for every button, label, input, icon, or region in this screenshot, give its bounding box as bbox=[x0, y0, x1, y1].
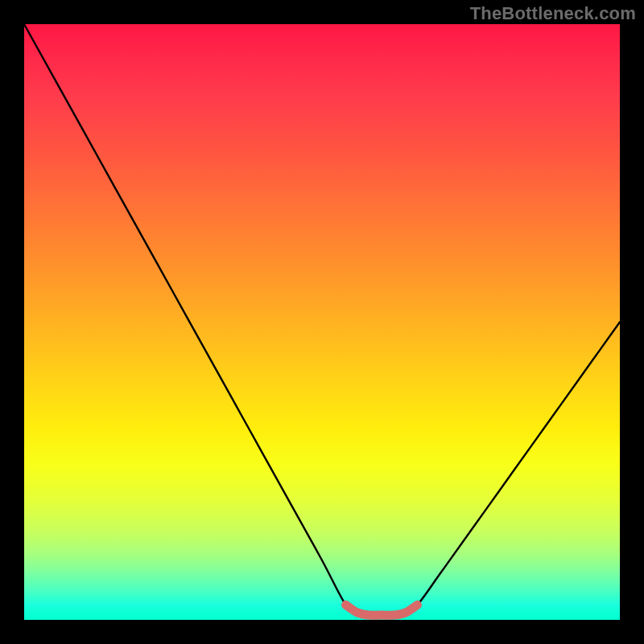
attribution-text: TheBottleneck.com bbox=[470, 3, 636, 24]
valley-highlight bbox=[346, 605, 418, 616]
plot-area bbox=[24, 24, 620, 620]
bottleneck-curve bbox=[24, 24, 620, 615]
chart-frame: TheBottleneck.com bbox=[0, 0, 644, 644]
curve-svg bbox=[24, 24, 620, 620]
